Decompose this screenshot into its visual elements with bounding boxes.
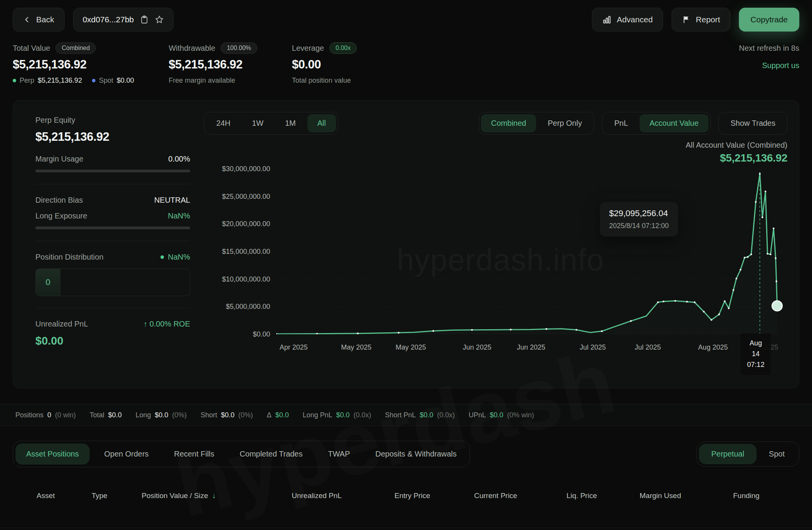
distribution-dot-icon [160,255,164,259]
y-axis-tick: $20,000,000.00 [222,220,270,228]
wallet-address-pill[interactable]: 0xd076...27bb [73,8,174,32]
tab-twap[interactable]: TWAP [317,443,361,465]
leverage-amount: $0.00 [292,58,357,72]
detail-tab-group: Asset Positions Open Orders Recent Fills… [13,441,470,467]
spot-dot-icon [92,79,95,82]
value-mode-group: PnL Account Value [602,112,711,135]
tab-recent-fills[interactable]: Recent Fills [163,443,225,465]
roe-value: 0.00% ROE [149,320,190,328]
detail-tabs-row: Asset Positions Open Orders Recent Fills… [0,441,812,467]
market-perpetual-button[interactable]: Perpetual [699,444,757,464]
positions-total: Total $0.0 [90,411,122,419]
col-entry-price[interactable]: Entry Price [394,491,474,500]
panel-divider [35,308,190,308]
advanced-button[interactable]: Advanced [592,8,663,32]
flag-icon [682,15,690,24]
chart-plot-wrap: $30,000,000.00$25,000,000.00$20,000,000.… [204,169,787,361]
col-asset[interactable]: Asset [37,491,92,500]
chart-tooltip: $29,095,256.04 2025/8/14 07:12:00 [600,202,678,237]
withdrawable-amount: $5,215,136.92 [169,58,257,72]
refresh-countdown: Next refresh in 8s [739,44,799,53]
account-value-chart[interactable] [276,169,786,334]
report-label: Report [696,15,720,24]
x-axis-tick: Jul 2025 [635,343,661,352]
pnl-toggle-button[interactable]: PnL [604,114,638,132]
chart-current-value: $5,215,136.92 [204,152,787,164]
copy-address-icon[interactable] [140,15,149,24]
chart-area: 24H 1W 1M All Combined Perp Only PnL Acc… [190,112,787,377]
range-24h-button[interactable]: 24H [206,114,241,132]
market-toggle-group: Perpetual Spot [697,442,799,467]
withdrawable-sub: Free margin available [169,77,235,85]
col-funding[interactable]: Funding [733,491,797,500]
y-axis-tick: $10,000,000.00 [222,275,270,283]
panel-divider [35,184,190,184]
report-button[interactable]: Report [672,8,730,32]
total-value-stat: Total Value Combined $5,215,136.92 Perp … [13,42,134,85]
long-exposure-label: Long Exposure [35,212,87,220]
total-value-amount: $5,215,136.92 [13,58,134,72]
positions-table-header: Asset Type Position Value / Size ↓ Unrea… [0,491,812,500]
direction-bias-value: NEUTRAL [154,196,190,205]
tab-open-orders[interactable]: Open Orders [94,443,160,465]
y-axis-tick: $15,000,000.00 [222,248,270,256]
mode-perp-only-button[interactable]: Perp Only [538,114,592,132]
favorite-star-icon[interactable] [155,15,164,24]
unrealized-pnl-label: Unrealized PnL [35,320,88,328]
col-position-value-size[interactable]: Position Value / Size ↓ [142,491,292,500]
positions-long: Long $0.0 (0%) [135,411,187,419]
copytrade-button[interactable]: Copytrade [739,8,799,32]
equity-panel: Perp Equity $5,215,136.92 Margin Usage 0… [25,112,190,377]
long-exposure-bar [35,227,190,229]
range-1w-button[interactable]: 1W [242,114,274,132]
account-value-toggle-button[interactable]: Account Value [640,114,709,132]
range-1m-button[interactable]: 1M [275,114,306,132]
x-axis-tick: Aug 2025 [698,343,728,352]
perp-value: $5,215,136.92 [38,77,82,85]
support-us-link[interactable]: Support us [739,61,799,70]
x-axis-tick: May 2025 [396,343,426,352]
topbar: Back 0xd076...27bb Advanced Report [0,0,812,32]
x-axis-tick: May 2025 [341,343,371,352]
y-axis-tick: $0.00 [253,330,270,338]
col-type[interactable]: Type [92,491,142,500]
long-exposure-value: NaN% [168,212,190,220]
position-distribution-label: Position Distribution [35,253,104,262]
tab-deposits-withdrawals[interactable]: Deposits & Withdrawals [364,443,467,465]
copytrade-label: Copytrade [750,15,788,24]
chart-plot[interactable]: hyperdash.info $29,095,256.04 2025/8/14 … [276,169,786,334]
market-spot-button[interactable]: Spot [757,444,797,464]
mode-combined-button[interactable]: Combined [481,114,536,132]
spot-value: $0.00 [117,77,134,85]
withdrawable-badge: 100.00% [221,42,257,54]
col-current-price[interactable]: Current Price [474,491,566,500]
time-range-group: 24H 1W 1M All [204,112,338,135]
account-stats-row: Total Value Combined $5,215,136.92 Perp … [0,32,812,85]
perp-breakdown: Perp $5,215,136.92 [13,77,82,85]
combined-badge: Combined [55,42,96,54]
back-button[interactable]: Back [13,8,65,32]
show-trades-button[interactable]: Show Trades [718,112,787,135]
bar-chart-icon [602,15,612,24]
crosshair-date-box: Aug 14 07:12 [741,333,771,375]
y-axis-tick: $30,000,000.00 [222,165,270,173]
range-all-button[interactable]: All [307,114,336,132]
tab-asset-positions[interactable]: Asset Positions [15,443,90,465]
withdrawable-label: Withdrawable [169,44,215,53]
mode-toggle-group: Combined Perp Only [479,112,594,135]
tooltip-time: 2025/8/14 07:12:00 [609,222,669,230]
perp-label: Perp [20,77,34,85]
crosshair-date: Aug 14 [747,338,765,360]
perp-dot-icon [13,79,16,82]
tab-completed-trades[interactable]: Completed Trades [229,443,313,465]
sort-desc-icon[interactable]: ↓ [212,491,216,500]
y-axis-tick: $5,000,000.00 [226,303,270,311]
perp-equity-label: Perp Equity [35,116,190,125]
position-distribution-value: NaN% [168,253,190,262]
col-liq-price[interactable]: Liq. Price [566,491,640,500]
col-unrealized-pnl[interactable]: Unrealized PnL [292,491,394,500]
margin-usage-bar [35,170,190,172]
panel-divider [35,241,190,241]
overview-card: Perp Equity $5,215,136.92 Margin Usage 0… [13,100,799,388]
col-margin-used[interactable]: Margin Used [640,491,733,500]
